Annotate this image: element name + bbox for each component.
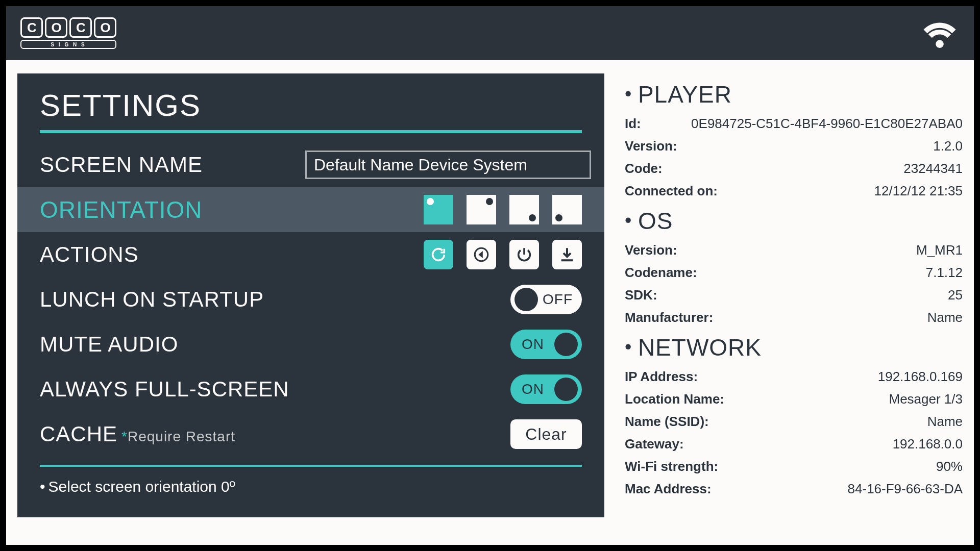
player-version-label: Version: bbox=[625, 135, 677, 157]
row-cache: CACHE *Require Restart Clear bbox=[40, 412, 582, 457]
network-ssid-value: Name bbox=[927, 410, 963, 433]
network-ip-value: 192.168.0.169 bbox=[878, 365, 963, 388]
download-icon bbox=[558, 246, 576, 263]
row-launch-on-startup: LUNCH ON STARTUP OFF bbox=[40, 277, 582, 322]
os-version-value: M_MR1 bbox=[916, 239, 963, 261]
brand-logo: C O C O S I G N S bbox=[20, 17, 116, 49]
logo-letter: C bbox=[69, 17, 92, 38]
mute-toggle[interactable]: ON bbox=[510, 330, 582, 359]
clear-cache-button[interactable]: Clear bbox=[510, 419, 582, 449]
row-orientation[interactable]: ORIENTATION bbox=[17, 187, 604, 232]
player-id-label: Id: bbox=[625, 112, 655, 135]
toggle-state-label: OFF bbox=[543, 291, 573, 308]
orientation-180-button[interactable] bbox=[509, 195, 539, 224]
toggle-state-label: ON bbox=[522, 336, 544, 353]
refresh-button[interactable] bbox=[424, 240, 453, 269]
network-location-value: Mesager 1/3 bbox=[889, 388, 963, 410]
player-heading: PLAYER bbox=[625, 81, 963, 108]
network-mac-value: 84-16-F9-66-63-DA bbox=[848, 478, 963, 500]
os-manufacturer-label: Manufacturer: bbox=[625, 306, 713, 329]
network-location-label: Location Name: bbox=[625, 388, 724, 410]
toggle-state-label: ON bbox=[522, 381, 544, 397]
player-id-value: 0E984725-C51C-4BF4-9960-E1C80E27ABA0 bbox=[655, 112, 963, 135]
network-gateway-label: Gateway: bbox=[625, 433, 684, 455]
orientation-270-button[interactable] bbox=[552, 195, 582, 224]
screen-name-input[interactable] bbox=[305, 151, 591, 179]
network-heading: NETWORK bbox=[625, 334, 963, 361]
network-ssid-label: Name (SSID): bbox=[625, 410, 709, 433]
player-code-label: Code: bbox=[625, 157, 663, 180]
logo-subtext: S I G N S bbox=[20, 40, 116, 49]
divider bbox=[40, 465, 582, 467]
os-codename-label: Codename: bbox=[625, 261, 697, 284]
settings-panel: SETTINGS SCREEN NAME ORIENTATION bbox=[17, 73, 604, 517]
hint-text-content: Select screen orientation 0º bbox=[48, 478, 235, 495]
network-wifi-label: Wi-Fi strength: bbox=[625, 455, 718, 478]
cache-note: Require Restart bbox=[128, 429, 235, 444]
refresh-icon bbox=[430, 246, 447, 263]
orientation-90-button[interactable] bbox=[467, 195, 496, 224]
network-mac-label: Mac Address: bbox=[625, 478, 712, 500]
toggle-knob bbox=[554, 378, 578, 401]
os-manufacturer-value: Name bbox=[927, 306, 963, 329]
os-heading: OS bbox=[625, 207, 963, 235]
download-button[interactable] bbox=[552, 240, 582, 269]
info-panel: PLAYER Id:0E984725-C51C-4BF4-9960-E1C80E… bbox=[625, 73, 963, 532]
launch-toggle[interactable]: OFF bbox=[510, 285, 582, 314]
os-version-label: Version: bbox=[625, 239, 677, 261]
logo-letter: O bbox=[94, 17, 116, 38]
network-wifi-value: 90% bbox=[936, 455, 963, 478]
cache-label: CACHE bbox=[40, 422, 117, 446]
orientation-label: ORIENTATION bbox=[40, 196, 305, 223]
screen-name-label: SCREEN NAME bbox=[40, 153, 305, 177]
os-sdk-label: SDK: bbox=[625, 284, 657, 306]
orientation-0-button[interactable] bbox=[424, 195, 453, 224]
toggle-knob bbox=[514, 288, 538, 311]
actions-label: ACTIONS bbox=[40, 242, 305, 267]
launch-label: LUNCH ON STARTUP bbox=[40, 287, 305, 312]
power-icon bbox=[516, 246, 533, 263]
player-connected-value: 12/12/12 21:35 bbox=[874, 180, 963, 202]
network-ip-label: IP Address: bbox=[625, 365, 698, 388]
divider bbox=[40, 130, 582, 133]
logo-letter: C bbox=[20, 17, 43, 38]
os-codename-value: 7.1.12 bbox=[926, 261, 963, 284]
player-version-value: 1.2.0 bbox=[933, 135, 963, 157]
back-icon bbox=[473, 246, 490, 263]
hint-text: •Select screen orientation 0º bbox=[40, 478, 582, 495]
player-connected-label: Connected on: bbox=[625, 180, 718, 202]
fullscreen-toggle[interactable]: ON bbox=[510, 374, 582, 404]
row-actions: ACTIONS bbox=[40, 232, 582, 277]
back-button[interactable] bbox=[467, 240, 496, 269]
power-button[interactable] bbox=[509, 240, 539, 269]
player-code-value: 23244341 bbox=[903, 157, 963, 180]
logo-letter: O bbox=[45, 17, 67, 38]
os-sdk-value: 25 bbox=[948, 284, 963, 306]
wifi-icon bbox=[920, 18, 960, 48]
toggle-knob bbox=[554, 333, 578, 356]
fullscreen-label: ALWAYS FULL-SCREEN bbox=[40, 377, 305, 402]
row-screen-name: SCREEN NAME bbox=[40, 142, 582, 187]
top-bar: C O C O S I G N S bbox=[6, 6, 974, 60]
mute-label: MUTE AUDIO bbox=[40, 332, 305, 357]
network-gateway-value: 192.168.0.0 bbox=[893, 433, 963, 455]
row-mute-audio: MUTE AUDIO ON bbox=[40, 322, 582, 367]
page-title: SETTINGS bbox=[40, 88, 582, 123]
row-fullscreen: ALWAYS FULL-SCREEN ON bbox=[40, 367, 582, 412]
